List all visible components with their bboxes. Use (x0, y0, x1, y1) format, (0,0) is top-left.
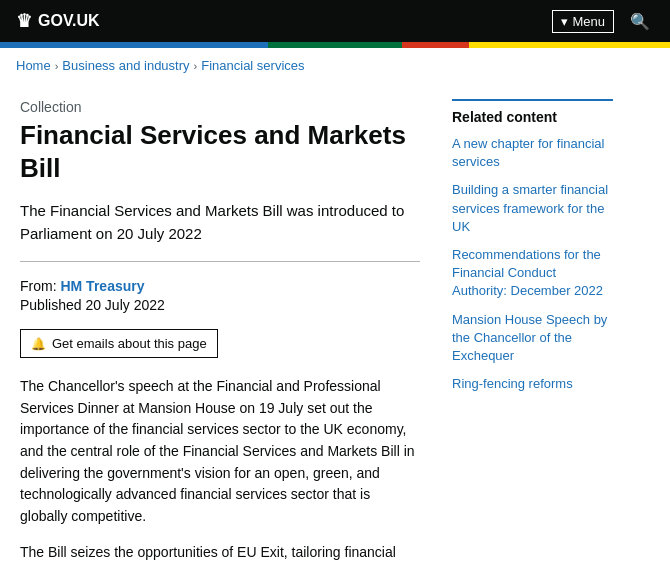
bell-icon: 🔔 (31, 337, 46, 351)
related-links-list: A new chapter for financial services Bui… (452, 135, 613, 393)
body-paragraph-1: The Chancellor's speech at the Financial… (20, 376, 420, 528)
email-btn-label: Get emails about this page (52, 336, 207, 351)
main-content: Collection Financial Services and Market… (0, 83, 440, 563)
related-link-5[interactable]: Ring-fencing reforms (452, 375, 613, 393)
sidebar: Related content A new chapter for financ… (440, 83, 625, 563)
breadcrumb-business[interactable]: Business and industry (62, 58, 189, 73)
breadcrumb-financial[interactable]: Financial services (201, 58, 304, 73)
list-item: A new chapter for financial services (452, 135, 613, 171)
email-alerts-button[interactable]: 🔔 Get emails about this page (20, 329, 218, 358)
main-wrapper: Collection Financial Services and Market… (0, 83, 670, 563)
related-content-title: Related content (452, 99, 613, 125)
breadcrumb-sep-2: › (194, 60, 198, 72)
related-link-3[interactable]: Recommendations for the Financial Conduc… (452, 246, 613, 301)
breadcrumb: Home › Business and industry › Financial… (0, 48, 670, 83)
logo-text: GOV.UK (38, 12, 100, 30)
related-link-2[interactable]: Building a smarter financial services fr… (452, 181, 613, 236)
published-date: Published 20 July 2022 (20, 297, 420, 313)
list-item: Building a smarter financial services fr… (452, 181, 613, 236)
header-nav: ▾ Menu 🔍 (552, 10, 654, 33)
body-paragraph-2: The Bill seizes the opportunities of EU … (20, 542, 420, 563)
list-item: Recommendations for the Financial Conduc… (452, 246, 613, 301)
from-org-link[interactable]: HM Treasury (60, 278, 144, 294)
list-item: Ring-fencing reforms (452, 375, 613, 393)
gov-logo[interactable]: ♛ GOV.UK (16, 10, 100, 32)
crown-icon: ♛ (16, 10, 32, 32)
menu-label: Menu (572, 14, 605, 29)
page-title: Financial Services and Markets Bill (20, 119, 420, 184)
breadcrumb-sep-1: › (55, 60, 59, 72)
related-link-4[interactable]: Mansion House Speech by the Chancellor o… (452, 311, 613, 366)
breadcrumb-home[interactable]: Home (16, 58, 51, 73)
collection-tag: Collection (20, 99, 420, 115)
related-link-1[interactable]: A new chapter for financial services (452, 135, 613, 171)
search-button[interactable]: 🔍 (626, 10, 654, 33)
intro-text: The Financial Services and Markets Bill … (20, 200, 420, 262)
list-item: Mansion House Speech by the Chancellor o… (452, 311, 613, 366)
meta-section: From: HM Treasury Published 20 July 2022 (20, 278, 420, 313)
chevron-down-icon: ▾ (561, 14, 568, 29)
search-icon: 🔍 (630, 13, 650, 30)
site-header: ♛ GOV.UK ▾ Menu 🔍 (0, 0, 670, 42)
from-label: From: HM Treasury (20, 278, 420, 294)
menu-button[interactable]: ▾ Menu (552, 10, 614, 33)
